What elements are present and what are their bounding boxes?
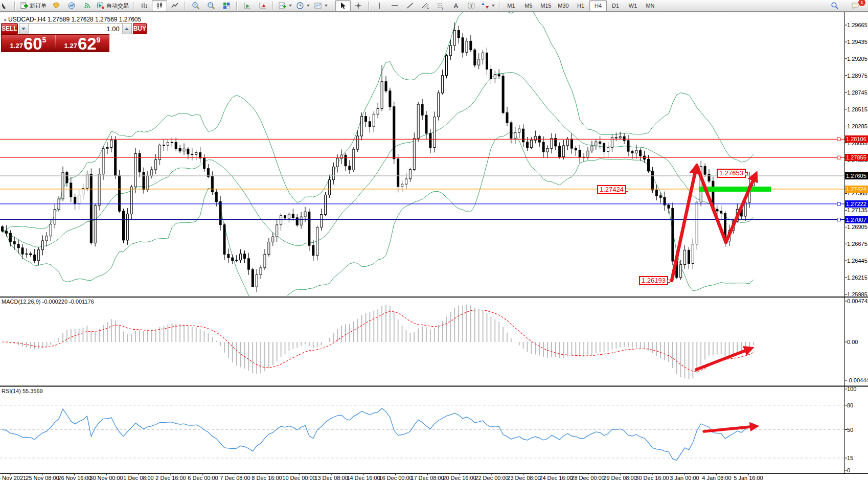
channel-icon: E	[421, 2, 429, 10]
price-axis-tick: 1.26905	[847, 224, 867, 230]
buy-button[interactable]: BUY	[133, 23, 147, 34]
arrow-up-icon	[125, 28, 129, 30]
tile-windows-button[interactable]	[219, 0, 234, 11]
horizontal-line-tool[interactable]	[387, 0, 402, 11]
channel-tool[interactable]: E	[418, 0, 433, 11]
toolbar-separator	[332, 2, 333, 10]
zoom-in-icon	[192, 2, 200, 10]
autotrading-icon	[97, 2, 105, 10]
zoom-out-button[interactable]	[203, 0, 219, 11]
signals-button[interactable]	[79, 0, 95, 11]
annotation-swing-high[interactable]: 1.27653	[717, 169, 746, 178]
date-axis-label: 14 Dec 16:00	[347, 475, 380, 481]
periods-button[interactable]	[294, 0, 312, 11]
sell-button[interactable]: SELL	[1, 23, 18, 34]
chevron-down-icon	[492, 5, 495, 7]
candlestick-icon	[155, 2, 164, 10]
auto-scroll-button[interactable]	[240, 0, 255, 11]
toolbar-separator	[368, 2, 370, 10]
date-axis-label: 20 Dec 16:00	[443, 475, 476, 481]
new-order-icon	[20, 2, 28, 10]
price-axis-tick: 1.28515	[847, 106, 867, 112]
svg-text:T: T	[470, 4, 473, 9]
rsi-axis-tick: 0	[847, 467, 850, 473]
price-axis-tick: 1.27135	[847, 207, 867, 213]
toolbar-separator	[236, 2, 238, 10]
search-icon	[831, 2, 839, 10]
arrow-objects-icon	[481, 2, 489, 10]
buy-price-sup: 9	[97, 36, 101, 44]
annotation-text: 1.26193	[642, 277, 666, 284]
candlestick-button[interactable]	[152, 0, 167, 11]
zoom-out-icon	[207, 2, 215, 10]
timeframe-h4[interactable]: H4	[589, 0, 607, 11]
market-watch-button[interactable]	[64, 0, 79, 11]
timeframe-m5[interactable]: M5	[520, 0, 537, 11]
text-label-tool[interactable]: T	[464, 0, 479, 11]
symbol-ohlc-text: USDCAD-,H4 1.27589 1.27628 1.27569 1.276…	[8, 16, 141, 23]
date-axis-label: 29 Dec 08:00	[603, 475, 636, 481]
crosshair-tool[interactable]	[351, 0, 366, 11]
annotation-support-mid[interactable]: 1.27424	[597, 185, 626, 194]
sell-price-sup: 5	[42, 36, 47, 44]
collapse-triangle-icon[interactable]: ▾	[4, 18, 6, 22]
current-price-label: 1.27605	[845, 172, 868, 179]
arrows-tool[interactable]	[479, 0, 497, 11]
profiles-button[interactable]	[49, 0, 64, 11]
date-axis-label: 28 Dec 00:00	[571, 475, 604, 481]
timeframe-w1[interactable]: W1	[624, 0, 642, 11]
cursor-icon	[339, 2, 347, 10]
cursor-tool[interactable]	[335, 0, 351, 11]
chart-shift-button[interactable]	[255, 0, 270, 11]
date-axis-label: 13 Dec 08:00	[314, 475, 348, 481]
autotrading-button[interactable]: 自动交易	[95, 0, 131, 11]
vertical-line-tool[interactable]	[372, 0, 387, 11]
indicators-button[interactable]	[276, 0, 294, 11]
date-axis-label: 3 Jan 00:00	[670, 475, 699, 481]
date-axis-label: 8 Dec 16:00	[252, 475, 282, 481]
timeframe-h1[interactable]: H1	[572, 0, 589, 11]
horizontal-line-icon	[391, 2, 399, 10]
templates-button[interactable]	[312, 0, 330, 11]
lot-increase-button[interactable]	[122, 24, 131, 34]
toolbar-separator	[14, 2, 16, 10]
chart-canvas[interactable]	[0, 12, 868, 481]
svg-text:E: E	[427, 6, 429, 9]
symbol-info: ▾USDCAD-,H4 1.27589 1.27628 1.27569 1.27…	[4, 16, 141, 23]
date-axis-label: 30 Dec 16:00	[635, 475, 669, 481]
notifications-button[interactable]: 1	[848, 0, 863, 11]
search-button[interactable]	[827, 0, 842, 11]
sell-price-button[interactable]: 1.27605	[2, 35, 55, 52]
zoom-in-button[interactable]	[188, 0, 203, 11]
fibonacci-tool[interactable]: F	[433, 0, 448, 11]
date-axis-label: 6 Dec 00:00	[188, 475, 218, 481]
buy-price-button[interactable]: 1.27629	[56, 35, 109, 52]
chart-window: ▾USDCAD-,H4 1.27589 1.27628 1.27569 1.27…	[0, 12, 868, 481]
date-axis-label: 23 Dec 08:00	[507, 475, 540, 481]
macd-axis-tick: 0.00	[847, 339, 858, 345]
price-axis-tick: 1.28285	[847, 123, 867, 129]
text-tool[interactable]: A	[448, 0, 464, 11]
trendline-tool[interactable]	[402, 0, 418, 11]
clipped-icon[interactable]	[0, 0, 12, 11]
line-chart-button[interactable]	[167, 0, 182, 11]
rsi-indicator-label: RSI(14) 55.3569	[2, 388, 43, 394]
bar-chart-button[interactable]	[136, 0, 152, 11]
timeframe-m15[interactable]: M15	[537, 0, 555, 11]
lot-size-input[interactable]	[29, 24, 122, 34]
price-axis-tick: 1.28745	[847, 89, 867, 96]
date-axis-label: 1 Dec 08:00	[123, 475, 153, 481]
timeframe-mn[interactable]: MN	[642, 0, 659, 11]
chevron-down-icon	[325, 5, 328, 7]
anchor-square	[745, 172, 748, 175]
new-order-label: 新订单	[30, 2, 47, 10]
new-order-button[interactable]: 新订单	[18, 0, 49, 11]
macd-axis-tick: 0.004742	[847, 298, 868, 304]
timeframe-m30[interactable]: M30	[555, 0, 572, 11]
timeframe-m1[interactable]: M1	[502, 0, 520, 11]
price-axis-tick: 1.29435	[847, 39, 867, 45]
lot-decrease-button[interactable]	[19, 24, 29, 34]
annotation-swing-low[interactable]: 1.26193	[639, 276, 668, 285]
timeframe-d1[interactable]: D1	[607, 0, 624, 11]
market-watch-icon	[67, 2, 76, 10]
